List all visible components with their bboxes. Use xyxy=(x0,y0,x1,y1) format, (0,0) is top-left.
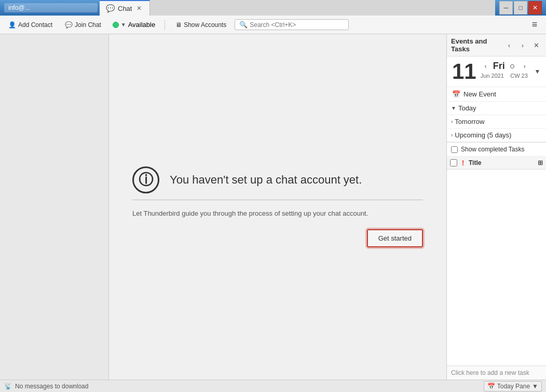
toolbar-separator xyxy=(165,20,165,30)
today-label: Today xyxy=(458,104,476,112)
status-arrow-icon: ▼ xyxy=(121,22,126,27)
chat-tab-close[interactable]: ✕ xyxy=(135,4,143,12)
cal-week: CW 23 xyxy=(510,73,528,79)
minimize-button[interactable]: ─ xyxy=(499,1,513,15)
join-chat-icon: 💬 xyxy=(65,21,73,29)
tasks-header-row: ! Title ⊞ xyxy=(447,157,546,170)
search-box[interactable]: 🔍 xyxy=(235,19,349,30)
events-nav-next[interactable]: › xyxy=(517,39,528,51)
status-icon: 📡 xyxy=(4,383,12,390)
status-label: Available xyxy=(128,21,156,29)
show-completed-row: Show completed Tasks xyxy=(447,143,546,157)
calendar-day-info: ‹ Fri › Jun 2021 CW 23 xyxy=(481,61,530,79)
cal-month-week: Jun 2021 CW 23 xyxy=(481,73,530,79)
chat-header: ⓘ You haven't set up a chat account yet. xyxy=(132,166,423,200)
calendar-day-number: 11 xyxy=(452,61,476,82)
new-event-label: New Event xyxy=(463,90,496,98)
cal-day-name: Fri xyxy=(493,61,505,72)
tomorrow-section-header[interactable]: › Tomorrow xyxy=(447,115,546,128)
show-accounts-button[interactable]: 🖥 Show Accounts xyxy=(171,20,230,30)
cal-day-name-row: ‹ Fri › xyxy=(481,61,530,72)
chat-tab[interactable]: 💬 Chat ✕ xyxy=(100,0,150,16)
add-contact-button[interactable]: 👤 Add Contact xyxy=(4,20,57,30)
join-chat-label: Join Chat xyxy=(75,21,101,29)
cal-expand-button[interactable]: ▼ xyxy=(534,66,541,77)
upcoming-section-header[interactable]: › Upcoming (5 days) xyxy=(447,129,546,142)
tab-bar: 💬 Chat ✕ xyxy=(100,0,495,16)
search-icon: 🔍 xyxy=(239,21,248,29)
show-accounts-icon: 🖥 xyxy=(175,21,182,29)
search-input[interactable] xyxy=(250,21,344,29)
show-accounts-label: Show Accounts xyxy=(184,21,226,29)
status-dot xyxy=(113,22,119,28)
cal-next-day[interactable]: › xyxy=(520,61,530,72)
upcoming-label: Upcoming (5 days) xyxy=(455,131,511,139)
today-section-header[interactable]: ▼ Today xyxy=(447,102,546,115)
events-header: Events and Tasks ‹ › ✕ xyxy=(447,34,546,57)
events-title: Events and Tasks xyxy=(451,37,501,53)
add-task-area[interactable]: Click here to add a new task xyxy=(447,366,546,380)
events-close[interactable]: ✕ xyxy=(530,39,542,51)
chat-tab-icon: 💬 xyxy=(106,4,115,12)
get-started-button[interactable]: Get started xyxy=(367,229,423,247)
events-nav-prev[interactable]: ‹ xyxy=(503,39,515,51)
add-task-label: Click here to add a new task xyxy=(451,369,529,376)
menu-button[interactable]: ≡ xyxy=(527,18,542,32)
tasks-sort-icon[interactable]: ⊞ xyxy=(538,159,543,166)
sidebar xyxy=(0,34,109,380)
today-section: ▼ Today xyxy=(447,102,546,115)
new-event-button[interactable]: 📅 New Event xyxy=(447,87,546,102)
account-label: info@... xyxy=(4,3,98,12)
window-controls: ─ □ ✕ xyxy=(499,1,542,15)
tasks-title-header: Title xyxy=(469,159,536,166)
restore-button[interactable]: □ xyxy=(514,1,527,15)
today-pane-arrow: ▼ xyxy=(532,383,538,390)
cal-month-year: Jun 2021 xyxy=(481,73,504,79)
tasks-select-all-checkbox[interactable] xyxy=(450,159,457,166)
today-pane-icon: 📅 xyxy=(487,383,495,390)
info-icon: ⓘ xyxy=(132,166,159,193)
status-indicator[interactable]: ▼ Available xyxy=(110,20,158,30)
calendar-header: 11 ‹ Fri › Jun 2021 CW 23 ▼ xyxy=(447,57,546,87)
new-event-icon: 📅 xyxy=(452,90,460,98)
today-pane-label: Today Pane xyxy=(497,383,530,390)
status-message: No messages to download xyxy=(15,383,88,390)
add-contact-icon: 👤 xyxy=(8,21,16,29)
events-panel: Events and Tasks ‹ › ✕ 11 ‹ Fri › Jun 20… xyxy=(446,34,546,380)
upcoming-arrow-icon: › xyxy=(451,132,453,138)
title-bar: info@... 💬 Chat ✕ ─ □ ✕ xyxy=(0,0,546,16)
get-started-wrapper: Get started xyxy=(132,229,423,247)
upcoming-section: › Upcoming (5 days) xyxy=(447,129,546,142)
cal-prev-day[interactable]: ‹ xyxy=(481,61,491,72)
status-bar: 📡 No messages to download 📅 Today Pane ▼ xyxy=(0,380,546,392)
chat-content: ⓘ You haven't set up a chat account yet.… xyxy=(109,34,446,380)
tomorrow-arrow-icon: › xyxy=(451,119,453,124)
show-completed-label: Show completed Tasks xyxy=(461,146,525,153)
show-completed-checkbox[interactable] xyxy=(451,146,458,153)
chat-tab-label: Chat xyxy=(118,5,132,12)
chat-title: You haven't set up a chat account yet. xyxy=(170,173,362,187)
tomorrow-section: › Tomorrow xyxy=(447,115,546,129)
add-contact-label: Add Contact xyxy=(18,21,52,29)
tomorrow-label: Tomorrow xyxy=(455,118,484,125)
chat-subtitle: Let Thunderbird guide you through the pr… xyxy=(132,208,423,219)
toolbar: 👤 Add Contact 💬 Join Chat ▼ Available 🖥 … xyxy=(0,16,546,34)
tasks-area: Show completed Tasks ! Title ⊞ xyxy=(447,142,546,366)
tasks-priority-icon: ! xyxy=(459,159,467,167)
today-dot xyxy=(510,64,514,68)
close-button[interactable]: ✕ xyxy=(528,1,542,15)
today-pane-button[interactable]: 📅 Today Pane ▼ xyxy=(484,381,542,391)
main-area: ⓘ You haven't set up a chat account yet.… xyxy=(0,34,546,380)
today-arrow-icon: ▼ xyxy=(451,105,456,111)
join-chat-button[interactable]: 💬 Join Chat xyxy=(61,20,105,30)
cal-today-indicator[interactable] xyxy=(507,61,517,72)
chat-message-box: ⓘ You haven't set up a chat account yet.… xyxy=(132,166,423,247)
